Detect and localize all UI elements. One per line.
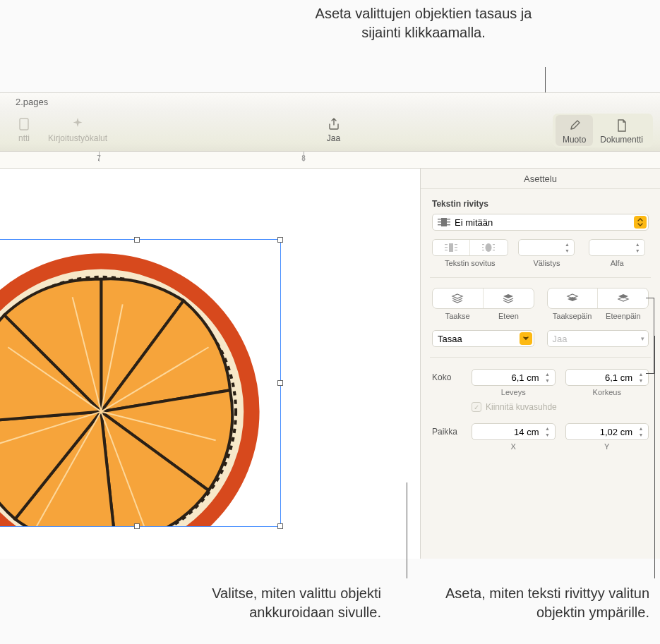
fit-contour-icon — [482, 243, 495, 252]
fit-contour-button[interactable] — [470, 240, 507, 255]
svg-rect-10 — [445, 247, 448, 248]
input-value: 6,1 cm — [511, 372, 539, 383]
callout-line — [654, 336, 655, 578]
size-label: Koko — [432, 369, 472, 382]
document-icon — [14, 115, 34, 133]
position-label: Paikka — [432, 423, 472, 437]
callout-line — [407, 482, 407, 578]
app-window: 2.pages ntti Kirjoitustyökalut Jaa — [0, 92, 660, 558]
text-fit-label: Tekstin sovitus — [445, 259, 496, 267]
checkbox-label: Kiinnitä kuvasuhde — [486, 402, 557, 412]
toolbar-label: ntti — [18, 133, 30, 143]
resize-handle[interactable] — [277, 237, 283, 243]
toolbar: ntti Kirjoitustyökalut Jaa Muoto — [0, 111, 660, 152]
toolbar-label: Jaa — [327, 133, 340, 143]
fit-rect-icon — [445, 243, 457, 252]
send-backward-button[interactable] — [548, 288, 599, 308]
spacing-label: Välistys — [534, 259, 560, 267]
send-to-back-button[interactable] — [433, 288, 484, 308]
sparkle-icon — [68, 115, 88, 133]
chevron-updown-icon — [634, 216, 647, 229]
width-label: Leveys — [501, 388, 526, 396]
height-label: Korkeus — [593, 388, 621, 396]
stack-front-icon — [502, 293, 515, 304]
svg-rect-14 — [455, 250, 457, 250]
stack-back-icon — [451, 293, 464, 304]
svg-point-22 — [486, 243, 492, 252]
alpha-label: Alfa — [611, 259, 624, 267]
checkbox-icon: ✓ — [472, 402, 481, 412]
toolbar-document-button[interactable]: ntti — [7, 114, 41, 145]
canvas[interactable] — [0, 169, 420, 559]
callout-format-tab: Aseta valittujen objektien tasaus ja sij… — [311, 4, 536, 42]
svg-rect-0 — [20, 119, 28, 130]
align-dropdown[interactable]: Tasaa — [432, 330, 534, 347]
y-input[interactable]: 1,02 cm ▲▼ — [565, 423, 649, 440]
svg-rect-16 — [482, 244, 484, 245]
text-wrap-heading: Tekstin rivitys — [432, 199, 649, 209]
inspector-tab-arrange[interactable]: Asettelu — [421, 169, 660, 189]
input-value: 1,02 cm — [600, 427, 632, 437]
dropdown-value: Jaa — [553, 334, 568, 344]
svg-rect-9 — [445, 244, 448, 245]
callout-anchor: Valitse, miten valittu objekti ankkuroid… — [134, 584, 381, 622]
text-fit-segmented[interactable] — [432, 239, 508, 256]
toolbar-label: Dokumentti — [600, 135, 643, 145]
toolbar-share-button[interactable]: Jaa — [317, 114, 351, 145]
height-input[interactable]: 6,1 cm ▲▼ — [565, 369, 649, 386]
order-label: Eteenpäin — [598, 312, 649, 320]
alpha-stepper[interactable]: ▲▼ — [589, 239, 645, 256]
x-label: X — [511, 442, 516, 451]
bring-forward-button[interactable] — [598, 288, 648, 308]
fit-rect-button[interactable] — [433, 240, 470, 255]
chevron-down-icon: ▾ — [641, 335, 644, 342]
svg-rect-11 — [445, 250, 448, 250]
svg-rect-12 — [455, 244, 457, 245]
order-label: Eteen — [483, 312, 534, 320]
paintbrush-icon — [565, 116, 584, 135]
x-input[interactable]: 14 cm ▲▼ — [472, 423, 556, 440]
toolbar-format-button[interactable]: Muoto — [556, 115, 593, 146]
callout-text-wrap: Aseta, miten teksti rivittyy valitun obj… — [438, 584, 649, 622]
toolbar-document-inspector-button[interactable]: Dokumentti — [593, 115, 650, 146]
resize-handle[interactable] — [134, 523, 140, 529]
resize-handle[interactable] — [134, 237, 140, 243]
chevron-down-icon — [520, 332, 532, 345]
dropdown-value: Ei mitään — [455, 217, 493, 228]
order-label: Taakse — [432, 312, 483, 320]
toolbar-label: Kirjoitustyökalut — [48, 133, 107, 143]
inspector-toggle: Muoto Dokumentti — [553, 114, 653, 147]
lock-aspect-checkbox[interactable]: ✓ Kiinnitä kuvasuhde — [472, 402, 649, 412]
svg-rect-8 — [441, 218, 447, 226]
window-title: 2.pages — [0, 93, 660, 111]
bring-to-front-button[interactable] — [484, 288, 534, 308]
width-input[interactable]: 6,1 cm ▲▼ — [472, 369, 556, 386]
svg-rect-18 — [482, 250, 484, 250]
order-label: Taaksepäin — [547, 312, 598, 320]
text-wrap-dropdown[interactable]: Ei mitään — [432, 214, 649, 231]
backward-forward-segmented[interactable] — [547, 288, 649, 309]
resize-handle[interactable] — [277, 523, 283, 529]
inspector-sidebar: Asettelu Tekstin rivitys Ei mitään — [420, 169, 660, 559]
layer-down-icon — [566, 293, 579, 304]
toolbar-writing-tools-button[interactable]: Kirjoitustyökalut — [41, 114, 114, 145]
toolbar-label: Muoto — [563, 135, 586, 145]
svg-rect-15 — [449, 243, 453, 252]
svg-rect-21 — [493, 250, 495, 250]
page-icon — [612, 116, 632, 135]
dropdown-value: Tasaa — [438, 334, 462, 344]
send-back-front-segmented[interactable] — [432, 288, 534, 309]
distribute-dropdown[interactable]: Jaa ▾ — [547, 330, 649, 347]
svg-rect-19 — [493, 244, 495, 245]
input-value: 14 cm — [514, 427, 539, 437]
selected-image-object[interactable] — [0, 239, 281, 527]
svg-rect-17 — [482, 247, 484, 248]
share-icon — [324, 115, 344, 133]
input-value: 6,1 cm — [605, 372, 632, 383]
wrap-none-icon — [438, 217, 450, 227]
spacing-stepper[interactable]: ▲▼ — [518, 239, 575, 256]
resize-handle[interactable] — [277, 380, 283, 386]
document-body: Asettelu Tekstin rivitys Ei mitään — [0, 169, 660, 559]
ruler: 7 8 — [0, 152, 660, 169]
y-label: Y — [604, 442, 609, 451]
